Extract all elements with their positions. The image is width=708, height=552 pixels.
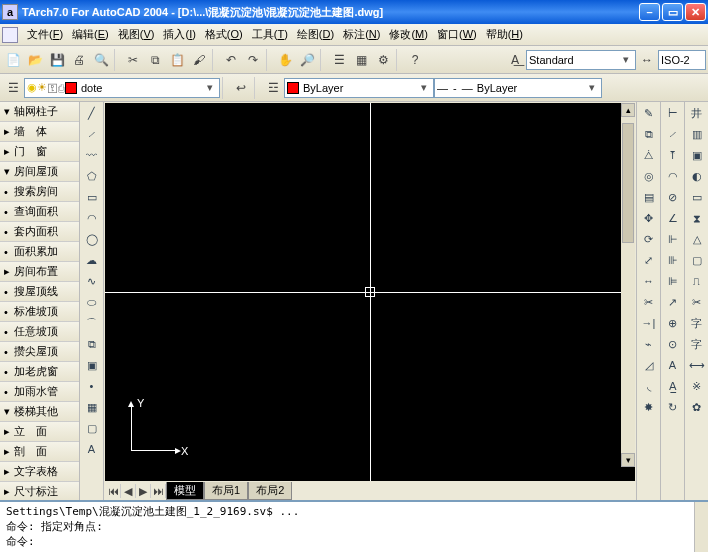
menu-help[interactable]: 帮助(H) (482, 25, 527, 44)
tab-last-icon[interactable]: ⏭ (151, 484, 166, 498)
hatch-icon[interactable]: ▦ (82, 398, 102, 416)
menu-file[interactable]: 文件(F) (23, 25, 67, 44)
dimedit-icon[interactable]: A (663, 356, 683, 374)
tol-icon[interactable]: ⊕ (663, 314, 683, 332)
pline-icon[interactable]: 〰 (82, 146, 102, 164)
menu-view[interactable]: 视图(V) (114, 25, 159, 44)
palette-item[interactable]: •套内面积 (0, 222, 79, 241)
explode-icon[interactable]: ✸ (639, 398, 659, 416)
chamfer-icon[interactable]: ◿ (639, 356, 659, 374)
cmd-input[interactable]: 命令: (6, 534, 690, 549)
stretch-icon[interactable]: ↔ (639, 272, 659, 290)
canvas-vscroll[interactable]: ▴▾ (621, 103, 635, 467)
tarch-window-icon[interactable]: ▭ (687, 188, 707, 206)
tarch-door-icon[interactable]: ◐ (687, 167, 707, 185)
offset-icon[interactable]: ◎ (639, 167, 659, 185)
tool-icon[interactable]: ⚙ (372, 49, 394, 71)
insert-icon[interactable]: ⧉ (82, 335, 102, 353)
menu-format[interactable]: 格式(O) (201, 25, 247, 44)
polygon-icon[interactable]: ⬠ (82, 167, 102, 185)
arc-icon[interactable]: ◠ (82, 209, 102, 227)
pan-icon[interactable]: ✋ (274, 49, 296, 71)
rotate-icon[interactable]: ⟳ (639, 230, 659, 248)
layer-combo[interactable]: ◉☀⚿⎙ dote ▾ (24, 78, 220, 98)
linetype-combo[interactable]: — - — ByLayer ▾ (434, 78, 602, 98)
dimstyle-icon[interactable]: A͟ (504, 49, 526, 71)
dimupdate-icon[interactable]: ↻ (663, 398, 683, 416)
move-icon[interactable]: ✥ (639, 209, 659, 227)
cut-icon[interactable]: ✂ (122, 49, 144, 71)
point-icon[interactable]: • (82, 377, 102, 395)
dimbase-icon[interactable]: ⊪ (663, 251, 683, 269)
qdim-icon[interactable]: ⊩ (663, 230, 683, 248)
cmd-scrollbar[interactable] (694, 502, 708, 552)
fillet-icon[interactable]: ◟ (639, 377, 659, 395)
palette-item[interactable]: ▾楼梯其他 (0, 402, 79, 421)
menu-edit[interactable]: 编辑(E) (68, 25, 113, 44)
tarch-wall-icon[interactable]: ▥ (687, 125, 707, 143)
tool-palette[interactable]: ▾轴网柱子▸墙 体▸门 窗▾房间屋顶•搜索房间•查询面积•套内面积•面积累加▸房… (0, 102, 80, 500)
menu-annotate[interactable]: 标注(N) (339, 25, 384, 44)
tarch-tool-icon[interactable]: ✿ (687, 398, 707, 416)
textstyle-combo[interactable]: Standard ▾ (526, 50, 636, 70)
minimize-button[interactable]: – (639, 3, 660, 21)
dimord-icon[interactable]: ⤒ (663, 146, 683, 164)
tarch-room-icon[interactable]: ▢ (687, 251, 707, 269)
palette-item[interactable]: ▸立 面 (0, 422, 79, 441)
drawing-canvas[interactable]: Y X ▴▾ (105, 103, 635, 481)
tab-layout2[interactable]: 布局2 (248, 482, 292, 500)
tab-prev-icon[interactable]: ◀ (121, 484, 136, 498)
dimrad-icon[interactable]: ◠ (663, 167, 683, 185)
tarch-column-icon[interactable]: ▣ (687, 146, 707, 164)
scale-icon[interactable]: ⤢ (639, 251, 659, 269)
palette-item[interactable]: •任意坡顶 (0, 322, 79, 341)
ellipsearc-icon[interactable]: ⌒ (82, 314, 102, 332)
extend-icon[interactable]: →| (639, 314, 659, 332)
ellipse-icon[interactable]: ⬭ (82, 293, 102, 311)
print-icon[interactable]: 🖨 (68, 49, 90, 71)
tarch-elev-icon[interactable]: ⎍ (687, 272, 707, 290)
menu-tools[interactable]: 工具(T) (248, 25, 292, 44)
layer-states-icon[interactable]: ☲ (262, 77, 284, 99)
spline-icon[interactable]: ∿ (82, 272, 102, 290)
mirror-icon[interactable]: ⧊ (639, 146, 659, 164)
dimstyle-combo[interactable]: ISO-2 (658, 50, 706, 70)
matchprop-icon[interactable]: 🖌 (188, 49, 210, 71)
break-icon[interactable]: ⌁ (639, 335, 659, 353)
open-icon[interactable]: 📂 (24, 49, 46, 71)
tab-next-icon[interactable]: ▶ (136, 484, 151, 498)
properties-icon[interactable]: ☰ (328, 49, 350, 71)
palette-item[interactable]: •查询面积 (0, 202, 79, 221)
palette-item[interactable]: •标准坡顶 (0, 302, 79, 321)
line-icon[interactable]: ╱ (82, 104, 102, 122)
palette-item[interactable]: ▾房间屋顶 (0, 162, 79, 181)
undo-icon[interactable]: ↶ (220, 49, 242, 71)
center-icon[interactable]: ⊙ (663, 335, 683, 353)
palette-item[interactable]: ▸尺寸标注 (0, 482, 79, 500)
trim-icon[interactable]: ✂ (639, 293, 659, 311)
command-window[interactable]: Settings\Temp\混凝沉淀池土建图_1_2_9169.sv$ ... … (0, 500, 708, 552)
dimalign-icon[interactable]: ⟋ (663, 125, 683, 143)
menu-window[interactable]: 窗口(W) (433, 25, 481, 44)
erase-icon[interactable]: ✎ (639, 104, 659, 122)
save-icon[interactable]: 💾 (46, 49, 68, 71)
array-icon[interactable]: ▤ (639, 188, 659, 206)
tarch-text-icon[interactable]: 字 (687, 314, 707, 332)
rect-icon[interactable]: ▭ (82, 188, 102, 206)
tarch-text2-icon[interactable]: 字 (687, 335, 707, 353)
xline-icon[interactable]: ⟋ (82, 125, 102, 143)
dimdia-icon[interactable]: ⊘ (663, 188, 683, 206)
palette-item[interactable]: •搜索房间 (0, 182, 79, 201)
palette-item[interactable]: •攒尖屋顶 (0, 342, 79, 361)
palette-item[interactable]: ▸墙 体 (0, 122, 79, 141)
preview-icon[interactable]: 🔍 (90, 49, 112, 71)
copy-icon[interactable]: ⧉ (144, 49, 166, 71)
help-icon[interactable]: ? (404, 49, 426, 71)
tarch-stair-icon[interactable]: ⧗ (687, 209, 707, 227)
leader-icon[interactable]: ↗ (663, 293, 683, 311)
maximize-button[interactable]: ▭ (662, 3, 683, 21)
region-icon[interactable]: ▢ (82, 419, 102, 437)
palette-item[interactable]: •加老虎窗 (0, 362, 79, 381)
tab-first-icon[interactable]: ⏮ (106, 484, 121, 498)
tarch-sym-icon[interactable]: ※ (687, 377, 707, 395)
